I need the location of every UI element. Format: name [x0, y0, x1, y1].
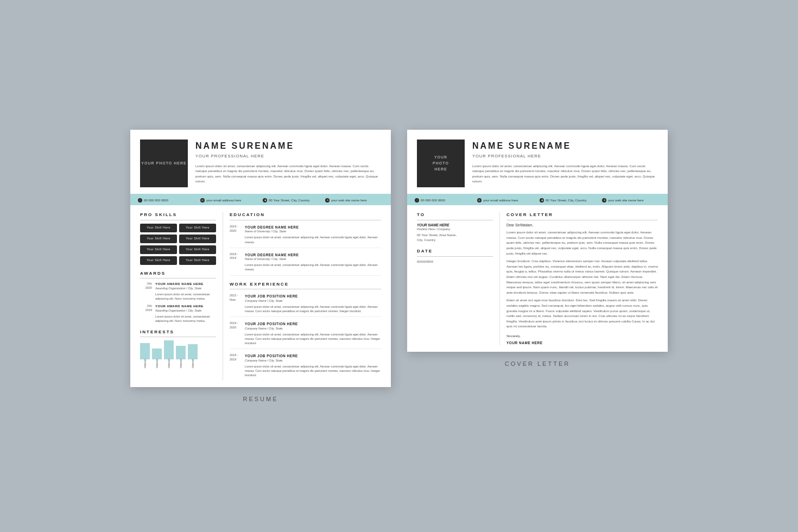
work-job-3: YOUR JOB POSITION HERE [245, 353, 381, 358]
edu-row-1: 2019 -2020 YOUR DEGREE NAME HERE Name of… [230, 225, 381, 244]
work-item-3: 2018 -2019 YOUR JOB POSITION HERE Compan… [230, 353, 381, 381]
skill-2: Your Skill Here [179, 224, 216, 232]
work-text-3: Lorem ipsum dolor sit amet, consectetuer… [245, 364, 381, 378]
cl-contact-address: ◉ 00 Your Street, City, Country [540, 198, 598, 203]
edu-school-1: Name of University / City, State [245, 230, 381, 234]
edu-school-2: Name of University / City, State [245, 257, 381, 262]
cl-left-col: TO YOUR NAME HERE Position Here / Compan… [417, 212, 493, 345]
interests-title: INTERESTS [140, 329, 216, 338]
skill-7: Your Skill Here [140, 256, 177, 265]
cl-email-icon: @ [477, 198, 482, 202]
award-org-1: Awarding Organization / City, State [155, 287, 216, 291]
edu-content-1: YOUR DEGREE NAME HERE Name of University… [245, 225, 381, 244]
cl-contact-phone: ✓ 00 000 000 0000 [415, 198, 473, 203]
location-icon: ◉ [263, 198, 267, 202]
edu-item-2: 2018 -2019 YOUR DEGREE NAME HERE Name of… [230, 252, 381, 276]
cl-label: COVER LETTER [505, 360, 570, 367]
cl-name: NAME SURENAME [472, 140, 658, 152]
web-icon: ⊕ [325, 198, 330, 202]
cl-para-3: Etiam sit amet orci eget eros faucibus t… [506, 298, 658, 330]
work-company-3: Company Name / City, State. [245, 359, 381, 363]
work-row-2: 2019 -2020 YOUR JOB POSITION HERE Compan… [230, 321, 381, 345]
interest-label-3: Interest [167, 359, 170, 369]
interest-label-5: Interest [191, 359, 194, 369]
resume-header-info: NAME SURENAME YOUR PROFESSIONAL HERE Lor… [195, 140, 381, 187]
cover-letter-wrapper: YOURPHOTOHERE NAME SURENAME YOUR PROFESS… [407, 130, 668, 368]
resume-right-col: EDUCATION 2019 -2020 YOUR DEGREE NAME HE… [223, 212, 381, 381]
cl-photo: YOURPHOTOHERE [417, 140, 465, 187]
award-title-2: YOUR AWARD NAME HERE [155, 304, 216, 309]
work-text-2: Lorem ipsum dolor sit amet, consectetuer… [245, 332, 381, 346]
resume-contact-email: @ your email address here [200, 198, 258, 203]
award-date-2: July2019 [140, 304, 152, 323]
award-item-1: July2020 YOUR AWARD NAME HERE Awarding O… [140, 282, 216, 301]
edu-content-2: YOUR DEGREE NAME HERE Name of University… [245, 252, 381, 272]
resume-label: RESUME [243, 396, 278, 402]
work-row-1: 2022 -Now YOUR JOB POSITION HERE Company… [230, 294, 381, 313]
edu-text-1: Lorem ipsum dolor sit amet, consectetuer… [245, 235, 381, 244]
work-company-2: Company Name / City, State. [245, 327, 381, 331]
to-address: 00 Your Street, Area Name,City, Country [417, 233, 493, 243]
skill-5: Your Skill Here [140, 245, 177, 254]
cover-letter-document: YOURPHOTOHERE NAME SURENAME YOUR PROFESS… [407, 130, 668, 352]
work-dates-2: 2019 -2020 [230, 321, 242, 345]
award-org-2: Awarding Organization / City, State [155, 309, 216, 313]
edu-row-2: 2018 -2019 YOUR DEGREE NAME HERE Name of… [230, 252, 381, 272]
work-item-2: 2019 -2020 YOUR JOB POSITION HERE Compan… [230, 321, 381, 349]
cl-contact-email: @ your email address here [477, 198, 535, 203]
work-dates-1: 2022 -Now [230, 294, 242, 313]
award-date-1: July2020 [140, 282, 152, 301]
to-section: YOUR NAME HERE Position Here / Company 0… [417, 223, 493, 243]
edu-degree-2: YOUR DEGREE NAME HERE [245, 252, 381, 257]
phone-icon: ✓ [138, 198, 142, 202]
date-title: DATE [417, 248, 493, 257]
date-value: 00/00/0000 [417, 259, 493, 264]
work-text-1: Lorem ipsum dolor sit amet, consectetuer… [245, 305, 381, 314]
cl-closing: Sincerely, [506, 334, 658, 339]
cl-phone-icon: ✓ [415, 198, 419, 202]
resume-summary: Lorem ipsum dolor sit amet, consectetuer… [195, 164, 381, 185]
interest-bar-4 [176, 346, 186, 359]
interest-5: Interest [188, 344, 198, 365]
resume-photo: YOUR PHOTO HERE [140, 140, 188, 187]
resume-contact-address: ◉ 00 Your Street, City, Country [263, 198, 321, 203]
work-content-1: YOUR JOB POSITION HERE Company Name / Ci… [245, 294, 381, 313]
award-item-2: July2019 YOUR AWARD NAME HERE Awarding O… [140, 304, 216, 323]
interest-1: Interest [140, 343, 150, 365]
interests-bars: Interest Interest Interest Interest [140, 340, 216, 365]
skill-6: Your Skill Here [179, 245, 216, 254]
interest-label-4: Interest [179, 359, 182, 369]
work-row-3: 2018 -2019 YOUR JOB POSITION HERE Compan… [230, 353, 381, 377]
resume-contact-bar: ✓ 00 000 000 0000 @ your email address h… [130, 195, 391, 206]
work-dates-3: 2018 -2019 [230, 353, 242, 377]
interest-bar-3 [164, 340, 174, 359]
award-title-1: YOUR AWARD NAME HERE [155, 282, 216, 287]
cl-header-info: NAME SURENAME YOUR PROFESSIONAL HERE Lor… [472, 140, 658, 187]
interest-label-2: Interest [155, 359, 159, 369]
education-title: EDUCATION [230, 212, 381, 220]
work-job-1: YOUR JOB POSITION HERE [245, 294, 381, 299]
award-content-2: YOUR AWARD NAME HERE Awarding Organizati… [155, 304, 216, 323]
cl-cover-title: COVER LETTER [506, 212, 658, 220]
edu-dates-2: 2018 -2019 [230, 252, 242, 272]
interest-bar-1 [140, 343, 150, 359]
resume-header: YOUR PHOTO HERE NAME SURENAME YOUR PROFE… [130, 130, 391, 195]
interest-4: Interest [176, 346, 186, 365]
resume-left-col: PRO SKILLS Your Skill Here Your Skill He… [140, 212, 216, 381]
cl-header: YOURPHOTOHERE NAME SURENAME YOUR PROFESS… [407, 130, 668, 195]
interest-3: Interest [164, 340, 174, 365]
cl-location-icon: ◉ [540, 198, 544, 202]
cl-para-1: Lorem ipsum dolor sit amet, consectetuer… [506, 230, 658, 256]
cl-right-col: COVER LETTER Dear Sir/Madam, Lorem ipsum… [499, 212, 658, 345]
cl-signature: YOUR NAME HERE [506, 340, 658, 345]
skill-8: Your Skill Here [179, 256, 216, 265]
award-text-2: Lorem ipsum dolor sit amet, consectetuer… [155, 314, 216, 324]
resume-document: YOUR PHOTO HERE NAME SURENAME YOUR PROFE… [130, 130, 391, 388]
edu-text-2: Lorem ipsum dolor sit amet, consectetuer… [245, 263, 381, 272]
interest-label-1: Interest [143, 359, 147, 369]
skills-grid: Your Skill Here Your Skill Here Your Ski… [140, 224, 216, 265]
edu-item-1: 2019 -2020 YOUR DEGREE NAME HERE Name of… [230, 225, 381, 248]
cl-web-icon: ⊕ [602, 198, 606, 202]
cl-salutation: Dear Sir/Madam, [506, 223, 658, 227]
resume-wrapper: YOUR PHOTO HERE NAME SURENAME YOUR PROFE… [130, 130, 391, 403]
